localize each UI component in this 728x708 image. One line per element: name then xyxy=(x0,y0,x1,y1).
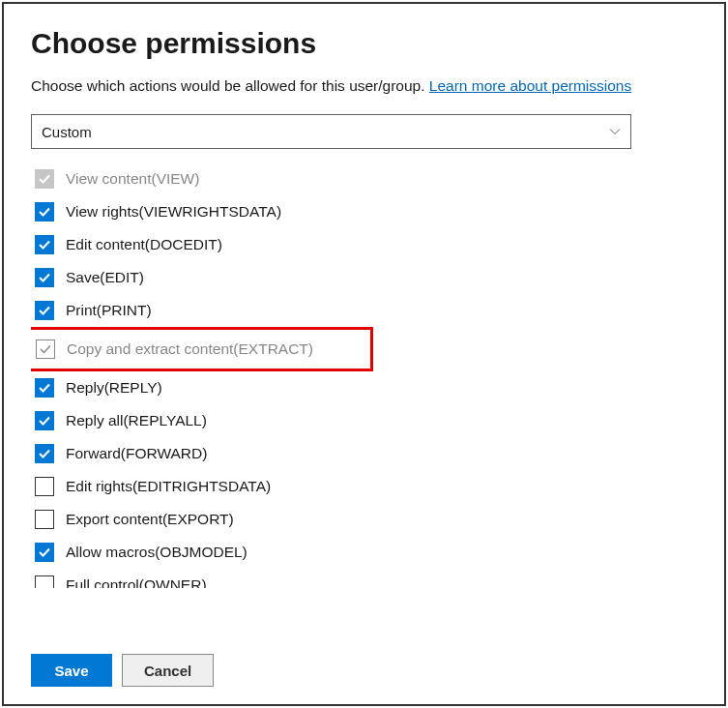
permission-checkbox[interactable] xyxy=(35,543,54,562)
permission-label: Full control(OWNER) xyxy=(66,576,207,588)
cancel-button[interactable]: Cancel xyxy=(122,654,214,687)
permission-label: Save(EDIT) xyxy=(66,269,144,286)
permission-row: Copy and extract content(EXTRACT) xyxy=(32,333,368,366)
subtitle-text: Choose which actions would be allowed fo… xyxy=(31,77,429,94)
chevron-down-icon xyxy=(609,124,621,140)
permission-row: Reply all(REPLYALL) xyxy=(31,404,697,437)
permission-checkbox[interactable] xyxy=(36,339,55,359)
permission-row: Edit content(DOCEDIT) xyxy=(31,228,697,261)
permission-row: Export content(EXPORT) xyxy=(31,503,697,536)
subtitle: Choose which actions would be allowed fo… xyxy=(31,77,697,95)
permission-checkbox[interactable] xyxy=(35,444,54,463)
dropdown-selected-value: Custom xyxy=(42,124,92,140)
permission-checkbox[interactable] xyxy=(35,268,54,287)
permission-checkbox[interactable] xyxy=(35,510,54,529)
permission-label: Copy and extract content(EXTRACT) xyxy=(67,340,313,358)
permission-checkbox[interactable] xyxy=(35,575,54,588)
permission-label: Print(PRINT) xyxy=(66,302,152,319)
permissions-panel: Choose permissions Choose which actions … xyxy=(2,2,726,706)
permission-checkbox xyxy=(35,169,54,189)
permission-label: Export content(EXPORT) xyxy=(66,511,234,528)
permission-row: Save(EDIT) xyxy=(31,261,697,294)
highlighted-permission: Copy and extract content(EXTRACT) xyxy=(31,327,373,371)
permission-row: View content(VIEW) xyxy=(31,162,697,195)
footer-buttons: Save Cancel xyxy=(31,638,697,687)
permission-set-dropdown[interactable]: Custom xyxy=(31,114,631,149)
permission-label: View content(VIEW) xyxy=(66,170,199,188)
permission-row: View rights(VIEWRIGHTSDATA) xyxy=(31,195,697,228)
permission-checkbox[interactable] xyxy=(35,411,54,430)
permission-row: Reply(REPLY) xyxy=(31,371,697,404)
permission-label: Edit rights(EDITRIGHTSDATA) xyxy=(66,478,271,495)
permission-checkbox[interactable] xyxy=(35,301,54,320)
permissions-list: View content(VIEW)View rights(VIEWRIGHTS… xyxy=(31,162,697,638)
save-button[interactable]: Save xyxy=(31,654,112,687)
permission-row: Forward(FORWARD) xyxy=(31,437,697,470)
page-title: Choose permissions xyxy=(31,27,697,60)
permission-checkbox[interactable] xyxy=(35,235,54,254)
permission-row: Print(PRINT) xyxy=(31,294,697,327)
permission-checkbox[interactable] xyxy=(35,477,54,496)
learn-more-link[interactable]: Learn more about permissions xyxy=(429,77,631,94)
permission-checkbox[interactable] xyxy=(35,378,54,398)
permission-row: Edit rights(EDITRIGHTSDATA) xyxy=(31,470,697,503)
permission-label: Edit content(DOCEDIT) xyxy=(66,236,222,253)
permission-row: Full control(OWNER) xyxy=(31,569,697,588)
permission-row: Allow macros(OBJMODEL) xyxy=(31,536,697,569)
permission-label: Forward(FORWARD) xyxy=(66,445,207,462)
permission-label: Reply all(REPLYALL) xyxy=(66,412,207,429)
permission-label: Allow macros(OBJMODEL) xyxy=(66,544,248,561)
permission-label: View rights(VIEWRIGHTSDATA) xyxy=(66,203,281,221)
permission-label: Reply(REPLY) xyxy=(66,379,162,397)
permission-checkbox[interactable] xyxy=(35,202,54,221)
